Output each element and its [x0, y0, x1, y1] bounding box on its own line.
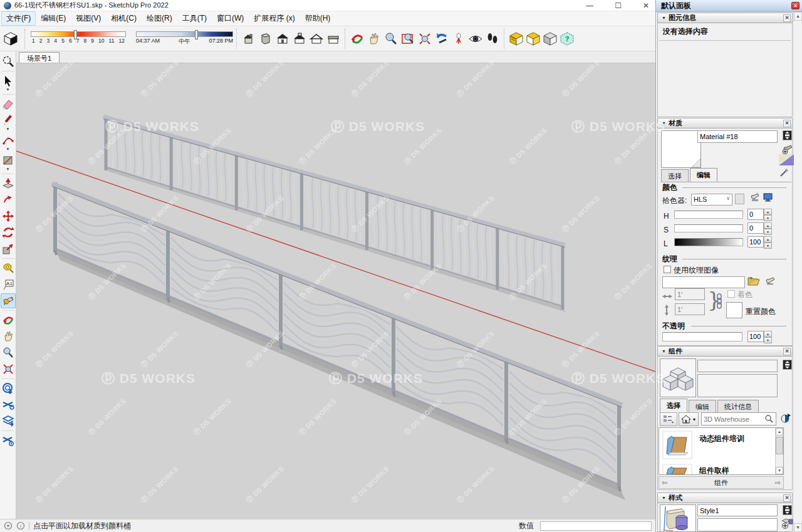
close-button[interactable]: ✕	[640, 0, 652, 11]
components-close[interactable]: ✕	[783, 348, 791, 355]
view-top-icon[interactable]	[325, 29, 341, 49]
select-tool-icon[interactable]	[1, 73, 16, 88]
pan-tool-icon[interactable]	[1, 329, 16, 344]
plugin-layers-icon[interactable]	[1, 414, 16, 429]
match-model-color-icon[interactable]	[749, 192, 761, 205]
hue-spinner[interactable]: ▲▼	[747, 209, 772, 220]
menu-help[interactable]: 帮助(H)	[300, 11, 336, 26]
menu-window[interactable]: 窗口(W)	[212, 11, 249, 26]
lightness-spinner[interactable]: ▲▼	[747, 236, 772, 248]
orbit-icon[interactable]	[348, 29, 365, 49]
section-cut-icon[interactable]	[541, 29, 558, 49]
scroll-down[interactable]: ▼	[776, 467, 783, 474]
components-nav-icon[interactable]	[779, 412, 792, 427]
credits-info-icon[interactable]: i	[16, 521, 25, 530]
opacity-slider[interactable]	[662, 332, 742, 342]
hue-slider[interactable]	[674, 211, 743, 219]
measurements-input[interactable]	[540, 521, 652, 531]
texture-file-input[interactable]	[662, 276, 745, 288]
position-camera-icon[interactable]	[450, 29, 467, 49]
menu-draw[interactable]: 绘图(R)	[142, 11, 177, 26]
view-back-icon[interactable]	[291, 29, 308, 49]
zoom-previous-icon[interactable]	[433, 29, 450, 49]
component-name-input[interactable]	[697, 360, 778, 372]
lightness-value[interactable]	[747, 236, 764, 248]
view-box-icon[interactable]	[257, 29, 274, 49]
shape-tool-icon[interactable]	[1, 153, 16, 168]
spin-down[interactable]: ▼	[764, 215, 772, 221]
materials-close[interactable]: ✕	[783, 120, 791, 127]
eyedropper-icon[interactable]	[779, 167, 790, 180]
spin-up[interactable]: ▲	[764, 331, 772, 337]
style-desc-input[interactable]	[697, 518, 778, 531]
look-around-icon[interactable]	[467, 29, 484, 49]
opacity-value[interactable]	[747, 331, 764, 342]
menu-view[interactable]: 视图(V)	[71, 11, 106, 26]
style-name-input[interactable]	[697, 504, 778, 516]
sample-swatch[interactable]	[779, 154, 794, 167]
arc-tool-dropdown[interactable]: ▼	[6, 148, 10, 152]
maximize-button[interactable]: ☐	[612, 0, 624, 11]
component-desc-input[interactable]	[697, 374, 778, 397]
components-tab-stats[interactable]: 统计信息	[717, 400, 759, 412]
menu-extensions[interactable]: 扩展程序 (x)	[249, 11, 299, 26]
select-tool-dropdown[interactable]: ▼	[6, 88, 10, 92]
section-plane-icon[interactable]	[508, 29, 524, 49]
components-header[interactable]: ▼ 组件 ✕	[657, 346, 793, 357]
tray-scrollbar[interactable]: ▲ ▼	[793, 12, 802, 532]
opacity-spinner[interactable]: ▲▼	[747, 331, 772, 342]
shadow-time-slider[interactable]: 04:37 AM中午07:28 PM	[136, 31, 233, 46]
zoom-tool-icon[interactable]	[1, 345, 16, 360]
saturation-spinner[interactable]: ▲▼	[747, 222, 772, 234]
create-style-icon[interactable]	[781, 518, 794, 532]
collapse-arrow-icon[interactable]: ▼	[662, 349, 666, 353]
zoom-extents-tool-icon[interactable]	[1, 362, 16, 377]
view-left-icon[interactable]	[308, 29, 325, 49]
tray-title[interactable]: 默认面板	[656, 0, 802, 12]
tape-measure-tool-icon[interactable]	[1, 261, 16, 276]
section-fill-help-icon[interactable]: ?	[558, 29, 575, 49]
materials-tab-select[interactable]: 选择	[661, 169, 689, 182]
colorize-checkbox[interactable]	[727, 290, 735, 298]
materials-tab-edit[interactable]: 编辑	[690, 168, 717, 182]
component-preview[interactable]	[660, 358, 696, 397]
saturation-value[interactable]	[747, 222, 764, 234]
zoom-icon[interactable]	[382, 29, 399, 49]
spin-down[interactable]: ▼	[764, 229, 772, 235]
reset-color-swatch[interactable]	[726, 302, 742, 318]
scale-tool-icon[interactable]	[1, 241, 16, 256]
texture-bucket-icon[interactable]	[764, 275, 776, 288]
display-secondary-pane-icon[interactable]	[783, 505, 792, 515]
zoom-window-icon[interactable]	[399, 29, 416, 49]
scroll-thumb[interactable]	[776, 437, 783, 454]
eraser-tool-icon[interactable]	[1, 96, 16, 112]
styles-cube-icon[interactable]	[0, 29, 21, 49]
move-tool-icon[interactable]	[1, 209, 16, 224]
hue-value[interactable]	[747, 209, 764, 220]
view-options-button[interactable]	[660, 412, 677, 426]
components-tab-select[interactable]: 选择	[660, 399, 687, 412]
orbit-tool-icon[interactable]	[1, 313, 16, 328]
components-home-button[interactable]: ▼	[679, 412, 699, 426]
walk-icon[interactable]	[484, 29, 501, 49]
date-slider-thumb[interactable]	[74, 30, 77, 39]
view-iso-icon[interactable]	[240, 29, 257, 49]
paint-bucket-tool-icon[interactable]	[1, 293, 16, 308]
view-front-icon[interactable]	[274, 29, 291, 49]
menu-tools[interactable]: 工具(T)	[177, 11, 212, 26]
use-texture-checkbox[interactable]	[664, 266, 671, 273]
push-pull-tool-icon[interactable]	[1, 176, 16, 191]
shape-tool-dropdown[interactable]: ▼	[6, 168, 10, 172]
plugin-stamp-icon[interactable]	[1, 381, 16, 396]
material-preview[interactable]	[661, 130, 701, 168]
saturation-slider[interactable]	[674, 224, 743, 232]
line-tool-dropdown[interactable]: ▼	[6, 128, 10, 132]
material-name-input[interactable]	[697, 130, 778, 143]
collapse-arrow-icon[interactable]: ▼	[662, 496, 666, 500]
forward-arrow-icon[interactable]: ⇨	[775, 479, 781, 487]
menu-camera[interactable]: 相机(C)	[106, 11, 142, 26]
geolocation-icon[interactable]	[4, 521, 13, 530]
tray-scroll-up[interactable]: ▲	[794, 12, 802, 21]
search-icon[interactable]	[764, 414, 774, 425]
zoom-selection-tool-icon[interactable]	[1, 54, 16, 69]
